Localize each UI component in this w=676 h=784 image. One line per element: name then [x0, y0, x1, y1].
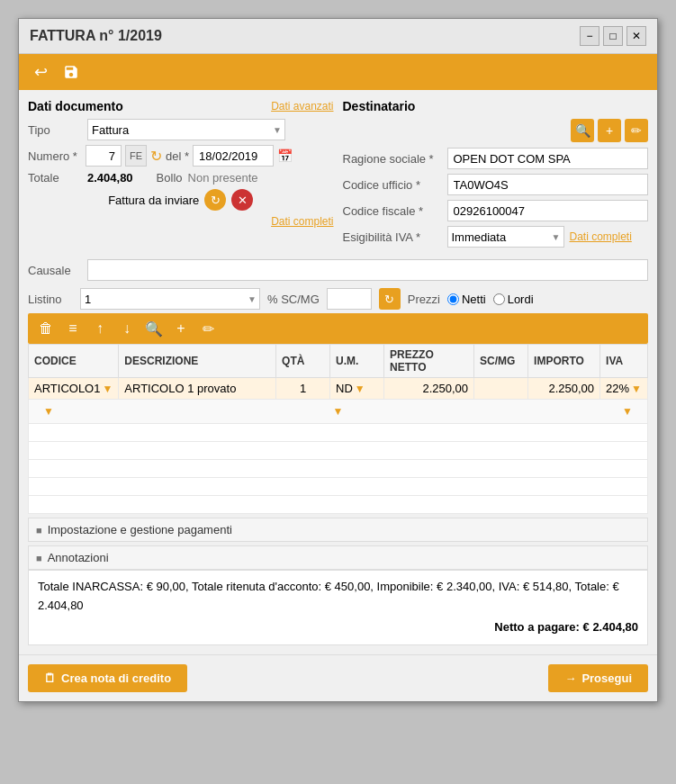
dest-edit-button[interactable]: ✏: [625, 119, 648, 142]
left-panel: Dati documento Dati avanzati Tipo Fattur…: [28, 99, 334, 252]
items-toolbar: 🗑 ≡ ↑ ↓ 🔍 + ✏: [28, 313, 648, 344]
footer-buttons: 🗒 Crea nota di credito → Prosegui: [19, 654, 657, 701]
codice-fiscale-row: Codice fiscale *: [343, 200, 649, 221]
save-button[interactable]: [59, 59, 84, 85]
codice-chevron-icon[interactable]: ▼: [102, 383, 113, 395]
fattura-delete-button[interactable]: ✕: [231, 189, 253, 211]
main-toolbar: ↩: [19, 54, 657, 90]
undo-button[interactable]: ↩: [28, 59, 53, 85]
dati-completi-link[interactable]: Dati completi: [271, 215, 333, 228]
codice-ufficio-input[interactable]: [447, 174, 649, 195]
dest-add-button[interactable]: +: [598, 119, 621, 142]
netti-radio[interactable]: [447, 293, 459, 305]
scmg-refresh-button[interactable]: ↻: [379, 288, 401, 310]
items-search-button[interactable]: 🔍: [143, 318, 165, 339]
dest-dati-completi-link[interactable]: Dati completi: [570, 230, 632, 243]
header-prezzo: PREZZO NETTO: [384, 345, 474, 378]
iva-chevron-icon[interactable]: ▼: [631, 383, 642, 395]
codice-fiscale-label: Codice fiscale *: [343, 204, 442, 218]
window-title: FATTURA n° 1/2019: [30, 28, 162, 44]
items-delete-button[interactable]: 🗑: [35, 318, 57, 339]
items-down-button[interactable]: ↓: [116, 318, 138, 339]
netto-pagare: Netto a pagare: € 2.404,80: [38, 616, 638, 637]
minimize-button[interactable]: −: [580, 26, 599, 46]
cell-prezzo: 2.250,00: [384, 378, 474, 400]
causale-input[interactable]: [87, 259, 648, 281]
table-empty-row: [29, 496, 648, 514]
header-scmg: SC/MG: [474, 345, 528, 378]
items-up-button[interactable]: ↑: [89, 318, 111, 339]
date-input[interactable]: [193, 145, 274, 167]
tipo-select[interactable]: Fattura: [87, 119, 285, 140]
lordi-radio-label[interactable]: Lordi: [493, 293, 534, 306]
listino-row: Listino 1 ▼ % SC/MG ↻ Prezzi Netti Lordi: [28, 288, 648, 310]
close-button[interactable]: ✕: [626, 26, 646, 46]
table-row[interactable]: ARTICOLO1 ▼ ARTICOLO 1 provato 1 ND ▼ 2.…: [29, 378, 648, 400]
lordi-radio[interactable]: [493, 293, 505, 305]
ragione-sociale-row: Ragione sociale *: [343, 148, 649, 169]
items-add-button[interactable]: +: [170, 318, 192, 339]
items-edit-button[interactable]: ✏: [197, 318, 219, 339]
tipo-select-wrap: Fattura ▼: [87, 119, 285, 140]
dati-avanzati-link[interactable]: Dati avanzati: [271, 100, 333, 113]
scmg-input[interactable]: [327, 288, 372, 310]
table-empty-row: [29, 424, 648, 442]
header-descrizione: DESCRIZIONE: [119, 345, 276, 378]
totale-value: 2.404,80: [87, 171, 133, 185]
destinatario-title: Destinatario: [343, 99, 649, 113]
del-label: del *: [166, 149, 189, 163]
codice-ufficio-label: Codice ufficio *: [343, 178, 442, 192]
tipo-label: Tipo: [28, 123, 82, 137]
items-list-button[interactable]: ≡: [62, 318, 84, 339]
cell-importo: 2.250,00: [528, 378, 600, 400]
row-expand-chevron2-icon[interactable]: ▼: [333, 405, 344, 418]
ragione-sociale-input[interactable]: [447, 148, 649, 169]
esigibilita-select[interactable]: Immediata Differita Split Payment: [447, 226, 564, 248]
numero-input[interactable]: [86, 145, 122, 167]
prezzi-label: Prezzi: [408, 293, 440, 306]
credit-label: Crea nota di credito: [61, 671, 171, 685]
expand-cell: ▼ ▼ ▼: [29, 400, 648, 424]
listino-label: Listino: [28, 293, 73, 306]
codice-value: ARTICOLO1: [34, 382, 100, 395]
row-expand-chevron-icon[interactable]: ▼: [43, 405, 54, 418]
um-chevron-icon[interactable]: ▼: [355, 383, 365, 395]
fattura-refresh-button[interactable]: ↻: [204, 189, 226, 211]
main-window: FATTURA n° 1/2019 − □ ✕ ↩ Dati documento…: [18, 18, 658, 702]
maximize-button[interactable]: □: [603, 26, 623, 46]
pagamenti-section[interactable]: ■ Impostazione e gestione pagamenti: [28, 518, 648, 542]
numero-refresh-button[interactable]: ↻: [150, 148, 162, 165]
listino-select-wrap: 1 ▼: [80, 288, 260, 310]
causale-label: Causale: [28, 264, 82, 277]
causale-section: Causale: [28, 259, 648, 281]
prosegui-button[interactable]: → Prosegui: [548, 664, 648, 692]
um-value: ND: [336, 382, 353, 395]
pagamenti-label: Impostazione e gestione pagamenti: [48, 523, 232, 536]
fattura-inviare-row: Fattura da inviare ↻ ✕: [28, 189, 334, 211]
calendar-button[interactable]: 📅: [277, 149, 293, 163]
two-col-layout: Dati documento Dati avanzati Tipo Fattur…: [28, 99, 648, 252]
totale-row: Totale 2.404,80 Bollo Non presente: [28, 171, 334, 185]
prosegui-arrow-icon: →: [564, 671, 576, 685]
header-qty: QTÀ: [276, 345, 330, 378]
iva-value: 22%: [606, 382, 629, 395]
esigibilita-wrap: Immediata Differita Split Payment ▼ Dati…: [447, 226, 632, 248]
codice-fiscale-input[interactable]: [447, 200, 649, 221]
scmg-label: % SC/MG: [267, 293, 320, 306]
pagamenti-collapse-icon: ■: [36, 525, 42, 536]
cell-scmg: [474, 378, 528, 400]
cell-codice: ARTICOLO1 ▼: [29, 378, 119, 400]
crea-nota-credito-button[interactable]: 🗒 Crea nota di credito: [28, 664, 187, 692]
ragione-sociale-label: Ragione sociale *: [343, 152, 442, 166]
listino-select[interactable]: 1: [80, 288, 260, 310]
row-expand-chevron3-icon[interactable]: ▼: [622, 405, 633, 418]
window-controls: − □ ✕: [580, 26, 646, 46]
bollo-value: Non presente: [188, 171, 258, 185]
annotazioni-section[interactable]: ■ Annotazioni: [28, 545, 648, 570]
cell-iva: 22% ▼: [600, 378, 648, 400]
lordi-label: Lordi: [508, 293, 534, 306]
netti-radio-label[interactable]: Netti: [447, 293, 486, 306]
dest-search-button[interactable]: 🔍: [571, 119, 594, 142]
header-iva: IVA: [600, 345, 648, 378]
bollo-label: Bollo: [157, 171, 183, 185]
